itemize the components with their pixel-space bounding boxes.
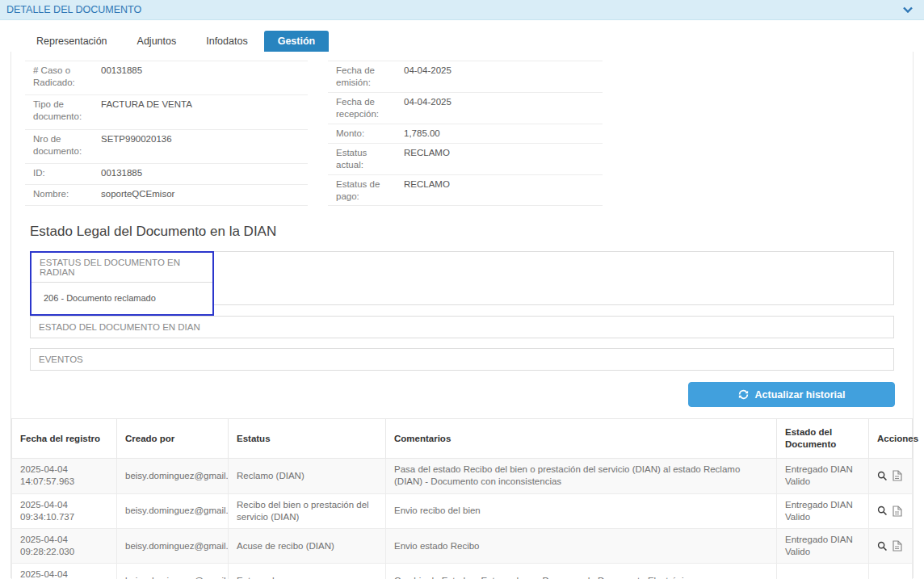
field-value: 00131885 bbox=[93, 164, 308, 185]
cell-fecha: 2025-04-04 09:28:22.030 bbox=[12, 529, 117, 564]
document-info-left: # Caso o Radicado: 00131885 Tipo de docu… bbox=[25, 61, 308, 206]
field-label: ID: bbox=[25, 164, 93, 185]
field-value: RECLAMO bbox=[396, 143, 603, 174]
info-row: Estatus actual: RECLAMO bbox=[328, 143, 603, 174]
field-label: Estatus de pago: bbox=[328, 174, 396, 206]
refresh-button-label: Actualizar historial bbox=[755, 389, 846, 401]
panel-estatus-radian: ESTATUS DEL DOCUMENTO EN RADIAN 206 - Do… bbox=[30, 251, 894, 305]
field-value: soporteQCEmisor bbox=[93, 185, 308, 206]
field-value: FACTURA DE VENTA bbox=[93, 95, 308, 129]
tab-adjuntos[interactable]: Adjuntos bbox=[124, 31, 191, 52]
field-value: 04-04-2025 bbox=[396, 61, 603, 93]
legal-section-title: Estado Legal del Documento en la DIAN bbox=[30, 224, 894, 240]
col-acciones: Acciones bbox=[869, 419, 913, 459]
field-label: Monto: bbox=[328, 124, 396, 143]
tab-infodatos[interactable]: Infodatos bbox=[192, 31, 261, 52]
detail-collapse-bar: DETALLE DEL DOCUMENTO bbox=[0, 0, 924, 20]
info-row: Tipo de documento: FACTURA DE VENTA bbox=[25, 95, 308, 129]
col-comentarios: Comentarios bbox=[386, 419, 777, 459]
info-row: Fecha de recepción: 04-04-2025 bbox=[328, 92, 603, 124]
table-header-row: Fecha del registro Creado por Estatus Co… bbox=[12, 419, 913, 459]
info-row: Nro de documento: SETP990020136 bbox=[25, 129, 308, 163]
refresh-history-button[interactable]: Actualizar historial bbox=[688, 382, 895, 407]
cell-estado: Entregado DIAN Valido bbox=[777, 459, 869, 493]
tab-bar: Representación Adjuntos Infodatos Gestió… bbox=[0, 20, 924, 52]
table-row: 2025-04-04 09:28:22.030 beisy.dominguez@… bbox=[12, 529, 913, 564]
panel-estado-dian[interactable]: ESTADO DEL DOCUMENTO EN DIAN bbox=[30, 316, 894, 338]
search-icon[interactable] bbox=[877, 506, 888, 516]
cell-comentarios: Envio recibo del bien bbox=[386, 493, 777, 528]
col-estatus: Estatus bbox=[229, 419, 386, 459]
info-row: Nombre: soporteQCEmisor bbox=[25, 185, 308, 206]
cell-comentarios: Cambio de Estado a Entregado por Descarg… bbox=[386, 564, 777, 579]
cell-comentarios: Envio estado Recibo bbox=[386, 529, 777, 564]
panel-eventos[interactable]: EVENTOS bbox=[30, 348, 894, 371]
cell-creado-por: beisy.dominguez@gmail.com bbox=[117, 459, 229, 493]
field-label: Nombre: bbox=[25, 185, 93, 206]
field-value: SETP990020136 bbox=[93, 129, 308, 163]
cell-acciones: - bbox=[869, 564, 913, 579]
cell-estatus: Entregado bbox=[229, 564, 386, 579]
document-info-right: Fecha de emisión: 04-04-2025 Fecha de re… bbox=[328, 61, 603, 206]
field-label: Estatus actual: bbox=[328, 143, 396, 174]
cell-acciones bbox=[869, 529, 913, 564]
cell-estatus: Reclamo (DIAN) bbox=[229, 459, 386, 493]
cell-acciones bbox=[869, 493, 913, 528]
document-icon[interactable] bbox=[892, 540, 902, 552]
info-row: Monto: 1,785.00 bbox=[328, 124, 603, 143]
actions-row: Actualizar historial bbox=[11, 382, 895, 407]
field-label: Fecha de emisión: bbox=[328, 61, 396, 93]
page-title: DETALLE DEL DOCUMENTO bbox=[6, 4, 141, 15]
search-icon[interactable] bbox=[877, 541, 888, 552]
cell-acciones bbox=[869, 459, 913, 493]
cell-estado: Entregado DIAN Valido bbox=[777, 529, 869, 564]
cell-fecha: 2025-04-04 09:25:14.453 bbox=[12, 564, 117, 579]
estatus-radian-focus-box: ESTATUS DEL DOCUMENTO EN RADIAN 206 - Do… bbox=[30, 251, 214, 316]
cell-creado-por: beisy.dominguez@gmail.com bbox=[117, 529, 229, 564]
cell-estado: - bbox=[777, 564, 869, 579]
gestion-tab-pane: # Caso o Radicado: 00131885 Tipo de docu… bbox=[10, 52, 914, 578]
cell-comentarios: Pasa del estado Recibo del bien o presta… bbox=[386, 459, 777, 493]
cell-estatus: Acuse de recibo (DIAN) bbox=[229, 529, 386, 564]
tab-gestion[interactable]: Gestión bbox=[264, 31, 330, 52]
refresh-icon bbox=[738, 389, 749, 400]
field-value: RECLAMO bbox=[396, 174, 603, 206]
cell-fecha: 2025-04-04 14:07:57.963 bbox=[12, 459, 117, 493]
history-table: Fecha del registro Creado por Estatus Co… bbox=[11, 418, 913, 579]
document-info: # Caso o Radicado: 00131885 Tipo de docu… bbox=[11, 52, 913, 206]
col-fecha: Fecha del registro bbox=[12, 419, 117, 459]
cell-estatus: Recibo del bien o prestación del servici… bbox=[229, 493, 386, 528]
eventos-header: EVENTOS bbox=[39, 355, 83, 364]
field-value: 1,785.00 bbox=[396, 124, 603, 143]
estado-dian-header: ESTADO DEL DOCUMENTO EN DIAN bbox=[39, 322, 200, 332]
field-label: Nro de documento: bbox=[25, 129, 93, 163]
table-row: 2025-04-04 14:07:57.963 beisy.dominguez@… bbox=[12, 459, 913, 493]
document-icon[interactable] bbox=[892, 470, 902, 481]
table-row: 2025-04-04 09:25:14.453 beisy.dominguez@… bbox=[12, 564, 913, 579]
table-row: 2025-04-04 09:34:10.737 beisy.dominguez@… bbox=[12, 493, 913, 528]
cell-creado-por: beisy.dominguez@gmail.com bbox=[117, 564, 229, 579]
info-row: Fecha de emisión: 04-04-2025 bbox=[328, 61, 603, 93]
search-icon[interactable] bbox=[877, 471, 888, 481]
info-row: ID: 00131885 bbox=[25, 164, 308, 185]
col-creado-por: Creado por bbox=[117, 419, 229, 459]
field-label: Tipo de documento: bbox=[25, 95, 93, 129]
estatus-radian-item[interactable]: 206 - Documento reclamado bbox=[32, 283, 212, 314]
tab-representacion[interactable]: Representación bbox=[23, 31, 121, 52]
field-label: # Caso o Radicado: bbox=[25, 61, 93, 95]
estatus-radian-header[interactable]: ESTATUS DEL DOCUMENTO EN RADIAN bbox=[32, 253, 212, 283]
info-row: # Caso o Radicado: 00131885 bbox=[25, 61, 308, 95]
cell-creado-por: beisy.dominguez@gmail.com bbox=[117, 493, 229, 528]
document-icon[interactable] bbox=[892, 506, 902, 517]
cell-fecha: 2025-04-04 09:34:10.737 bbox=[12, 493, 117, 528]
field-label: Fecha de recepción: bbox=[328, 92, 396, 124]
chevron-down-icon[interactable] bbox=[903, 6, 913, 13]
field-value: 04-04-2025 bbox=[396, 92, 603, 124]
info-row: Estatus de pago: RECLAMO bbox=[328, 174, 603, 206]
col-estado-documento: Estado del Documento bbox=[777, 419, 869, 459]
cell-estado: Entregado DIAN Valido bbox=[777, 493, 869, 528]
field-value: 00131885 bbox=[93, 61, 308, 95]
